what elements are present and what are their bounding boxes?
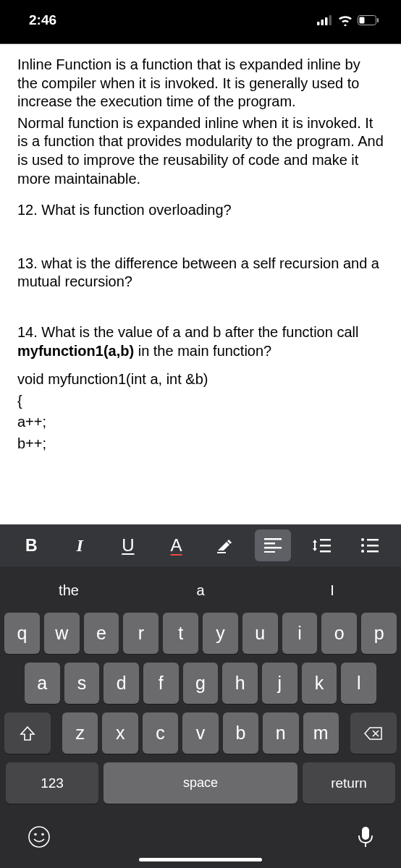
code-line: a++; xyxy=(17,413,384,432)
key-row-3: z x c v b n m xyxy=(4,712,397,754)
key-j[interactable]: j xyxy=(262,663,297,704)
svg-rect-1 xyxy=(321,20,324,25)
key-c[interactable]: c xyxy=(143,712,178,754)
key-e[interactable]: e xyxy=(84,613,119,654)
key-b[interactable]: b xyxy=(223,712,258,754)
cellular-icon xyxy=(317,15,333,25)
question-13: 13. what is the difference between a sel… xyxy=(17,255,384,292)
space-key[interactable]: space xyxy=(104,762,297,804)
key-m[interactable]: m xyxy=(303,712,339,754)
svg-rect-10 xyxy=(264,547,282,549)
mic-button[interactable] xyxy=(358,825,373,848)
code-line: b++; xyxy=(17,435,384,454)
key-row-2: a s d f g h j k l xyxy=(4,663,397,704)
battery-icon xyxy=(358,15,379,25)
numeric-key[interactable]: 123 xyxy=(6,762,98,804)
svg-rect-11 xyxy=(264,551,275,553)
status-icons xyxy=(317,14,379,26)
svg-rect-12 xyxy=(314,542,316,549)
paragraph-normal-fn: Normal function is expanded inline when … xyxy=(17,114,384,188)
keyboard: the a I q w e r t y u i o p a s d f g h … xyxy=(0,566,401,868)
svg-rect-21 xyxy=(367,550,379,553)
svg-rect-9 xyxy=(264,542,275,545)
q14-fn-name: myfunction1(a,b) xyxy=(17,343,134,359)
key-y[interactable]: y xyxy=(203,613,238,654)
highlight-button[interactable] xyxy=(206,529,242,561)
status-time: 2:46 xyxy=(29,12,56,28)
q14-text-c: in the main function? xyxy=(134,343,271,359)
svg-rect-20 xyxy=(367,545,379,547)
q14-text-a: 14. What is the value of a and b after t… xyxy=(17,324,358,340)
svg-rect-15 xyxy=(320,550,331,553)
underline-button[interactable]: U xyxy=(110,529,146,561)
key-u[interactable]: u xyxy=(242,613,278,654)
suggestion-bar: the a I xyxy=(3,571,398,610)
key-v[interactable]: v xyxy=(182,712,218,754)
key-p[interactable]: p xyxy=(361,613,397,654)
key-i[interactable]: i xyxy=(282,613,318,654)
key-q[interactable]: q xyxy=(4,613,40,654)
key-h[interactable]: h xyxy=(222,663,258,704)
format-toolbar: B I U A xyxy=(0,524,401,566)
svg-rect-3 xyxy=(329,15,332,25)
list-button[interactable] xyxy=(352,529,388,561)
line-spacing-button[interactable] xyxy=(303,529,339,561)
key-o[interactable]: o xyxy=(321,613,357,654)
svg-rect-2 xyxy=(325,17,328,25)
svg-rect-25 xyxy=(362,827,369,840)
code-line: void myfunction1(int a, int &b) xyxy=(17,370,384,389)
align-left-button[interactable] xyxy=(255,529,291,561)
svg-rect-6 xyxy=(377,18,379,22)
svg-rect-5 xyxy=(360,17,365,23)
svg-point-16 xyxy=(361,538,364,541)
svg-rect-0 xyxy=(317,22,320,25)
svg-point-23 xyxy=(34,833,37,836)
backspace-key[interactable] xyxy=(350,712,397,754)
key-t[interactable]: t xyxy=(163,613,198,654)
key-k[interactable]: k xyxy=(302,663,337,704)
suggestion-3[interactable]: I xyxy=(266,582,398,599)
key-row-4: 123 space return xyxy=(4,762,397,804)
key-f[interactable]: f xyxy=(143,663,179,704)
key-d[interactable]: d xyxy=(104,663,139,704)
wifi-icon xyxy=(337,14,353,26)
key-n[interactable]: n xyxy=(263,712,298,754)
keyboard-footer xyxy=(3,807,398,864)
svg-point-17 xyxy=(361,544,364,547)
svg-point-18 xyxy=(361,550,364,553)
italic-button[interactable]: I xyxy=(62,529,98,561)
key-g[interactable]: g xyxy=(183,663,219,704)
key-r[interactable]: r xyxy=(123,613,159,654)
emoji-button[interactable] xyxy=(28,825,51,848)
svg-rect-7 xyxy=(217,552,226,553)
svg-point-24 xyxy=(41,833,44,836)
svg-rect-19 xyxy=(367,539,379,541)
question-14: 14. What is the value of a and b after t… xyxy=(17,323,384,360)
code-block: void myfunction1(int a, int &b) { a++; b… xyxy=(17,370,384,453)
svg-rect-8 xyxy=(264,538,282,540)
svg-rect-13 xyxy=(320,539,331,541)
paragraph-inline-fn: Inline Function is a function that is ex… xyxy=(17,56,384,111)
question-12: 12. What is function overloading? xyxy=(17,201,384,220)
key-row-1: q w e r t y u i o p xyxy=(4,613,397,654)
home-indicator[interactable] xyxy=(139,858,262,861)
svg-point-22 xyxy=(29,827,49,847)
key-w[interactable]: w xyxy=(44,613,80,654)
suggestion-2[interactable]: a xyxy=(135,582,266,599)
status-bar: 2:46 xyxy=(0,0,401,43)
key-a[interactable]: a xyxy=(25,663,60,704)
shift-key[interactable] xyxy=(4,712,51,754)
suggestion-1[interactable]: the xyxy=(3,582,135,599)
code-line: { xyxy=(17,392,384,411)
return-key[interactable]: return xyxy=(303,762,395,804)
key-s[interactable]: s xyxy=(64,663,100,704)
document-content[interactable]: Inline Function is a function that is ex… xyxy=(0,43,401,524)
key-l[interactable]: l xyxy=(341,663,376,704)
svg-rect-14 xyxy=(320,545,331,547)
bold-button[interactable]: B xyxy=(13,529,49,561)
text-color-button[interactable]: A xyxy=(159,529,195,561)
key-x[interactable]: x xyxy=(102,712,138,754)
key-z[interactable]: z xyxy=(62,712,98,754)
